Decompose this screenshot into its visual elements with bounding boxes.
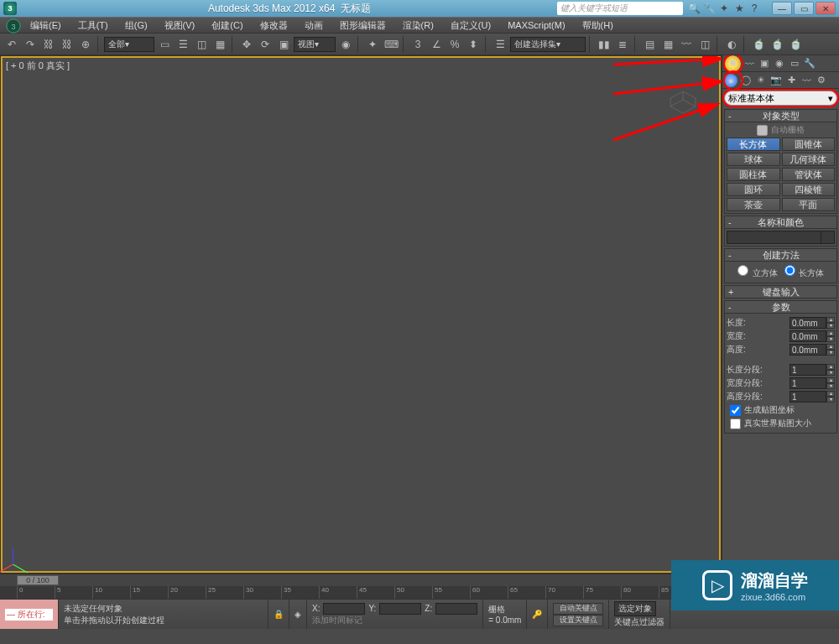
creation-box-radio[interactable]: 长方体 bbox=[784, 265, 825, 279]
angle-snap-icon[interactable]: ∠ bbox=[428, 36, 445, 53]
length-spinner[interactable]: ▴▾ bbox=[789, 317, 835, 329]
key-filters-button[interactable]: 关键点过滤器 bbox=[614, 616, 664, 628]
primitive-sphere[interactable]: 球体 bbox=[727, 153, 780, 166]
viewport[interactable]: [ + 0 前 0 真实 ] bbox=[0, 55, 722, 574]
isolate-icon[interactable]: ◈ bbox=[289, 600, 307, 629]
geometry-category-icon[interactable]: ● bbox=[724, 74, 737, 87]
material-editor-icon[interactable]: ◐ bbox=[723, 36, 740, 53]
mirror-icon[interactable]: ▮▮ bbox=[596, 36, 612, 53]
wseg-spinner[interactable]: ▴▾ bbox=[789, 377, 835, 389]
graphite-icon[interactable]: ▦ bbox=[659, 36, 676, 53]
window-crossing-icon[interactable]: ▦ bbox=[211, 36, 228, 53]
favorites-icon[interactable]: ★ bbox=[733, 3, 745, 14]
object-color-swatch[interactable] bbox=[821, 231, 834, 243]
minimize-button[interactable]: — bbox=[772, 2, 792, 15]
menu-help[interactable]: 帮助(H) bbox=[577, 18, 618, 34]
layer-icon[interactable]: ▤ bbox=[641, 36, 658, 53]
lock-icon[interactable]: 🔒 bbox=[268, 600, 289, 629]
bind-icon[interactable]: ⊕ bbox=[77, 36, 94, 53]
helpers-category-icon[interactable]: ✚ bbox=[784, 74, 798, 87]
rollout-name-color[interactable]: -名称和颜色 bbox=[724, 216, 837, 229]
snap-toggle-icon[interactable]: 3 bbox=[409, 36, 426, 53]
rollout-creation-method[interactable]: -创建方法 bbox=[724, 248, 837, 262]
menu-group[interactable]: 组(G) bbox=[120, 18, 153, 34]
geometry-type-dropdown[interactable]: 标准基本体▾ bbox=[724, 91, 837, 106]
hierarchy-tab-icon[interactable]: ▣ bbox=[758, 57, 771, 70]
object-name-input[interactable] bbox=[727, 231, 835, 244]
primitive-cylinder[interactable]: 圆柱体 bbox=[727, 168, 780, 181]
add-time-tag[interactable]: 添加时间标记 bbox=[312, 615, 477, 626]
link-icon[interactable]: ⛓ bbox=[40, 36, 57, 53]
set-key-button[interactable]: 设置关键点 bbox=[553, 615, 603, 626]
create-tab-icon[interactable]: ✺ bbox=[724, 55, 741, 72]
redo-icon[interactable]: ↷ bbox=[22, 36, 39, 53]
scale-icon[interactable]: ▣ bbox=[275, 36, 292, 53]
script-listener[interactable]: — 所在行: bbox=[0, 600, 59, 629]
menu-modifiers[interactable]: 修改器 bbox=[255, 18, 293, 34]
ref-coord-dropdown[interactable]: 视图 ▾ bbox=[294, 37, 336, 52]
width-spinner[interactable]: ▴▾ bbox=[789, 330, 835, 342]
schematic-view-icon[interactable]: ◫ bbox=[696, 36, 713, 53]
creation-cube-radio[interactable]: 立方体 bbox=[737, 265, 778, 279]
time-slider-thumb[interactable]: 0 / 100 bbox=[17, 575, 59, 585]
curve-editor-icon[interactable]: 〰 bbox=[678, 36, 695, 53]
lseg-spinner[interactable]: ▴▾ bbox=[789, 364, 835, 376]
primitive-plane[interactable]: 平面 bbox=[782, 198, 836, 211]
primitive-cone[interactable]: 圆锥体 bbox=[782, 138, 836, 151]
render-frame-icon[interactable]: 🍵 bbox=[769, 36, 785, 53]
shapes-category-icon[interactable]: ◯ bbox=[739, 74, 753, 87]
render-icon[interactable]: 🍵 bbox=[787, 36, 804, 53]
menu-animation[interactable]: 动画 bbox=[300, 18, 328, 34]
rollout-keyboard-entry[interactable]: +键盘输入 bbox=[724, 285, 837, 299]
primitive-geosphere[interactable]: 几何球体 bbox=[782, 153, 836, 166]
viewcube[interactable] bbox=[662, 90, 704, 115]
select-region-icon[interactable]: ◫ bbox=[193, 36, 210, 53]
primitive-tube[interactable]: 管状体 bbox=[782, 168, 836, 181]
exchange-icon[interactable]: ✦ bbox=[718, 3, 730, 14]
primitive-pyramid[interactable]: 四棱锥 bbox=[782, 183, 836, 196]
select-name-icon[interactable]: ☰ bbox=[175, 36, 191, 53]
select-icon[interactable]: ▭ bbox=[156, 36, 173, 53]
menu-grapheditors[interactable]: 图形编辑器 bbox=[335, 18, 391, 34]
menu-create[interactable]: 创建(C) bbox=[206, 18, 248, 34]
align-icon[interactable]: ≣ bbox=[614, 36, 631, 53]
percent-snap-icon[interactable]: % bbox=[446, 36, 463, 53]
move-icon[interactable]: ✥ bbox=[238, 36, 255, 53]
systems-category-icon[interactable]: ⚙ bbox=[815, 74, 828, 87]
rollout-object-type[interactable]: -对象类型 bbox=[724, 109, 837, 122]
primitive-teapot[interactable]: 茶壶 bbox=[727, 198, 780, 211]
cameras-category-icon[interactable]: 📷 bbox=[769, 74, 783, 87]
menu-customize[interactable]: 自定义(U) bbox=[446, 18, 496, 34]
application-button[interactable]: 3 bbox=[3, 18, 23, 34]
rollout-parameters[interactable]: -参数 bbox=[724, 300, 837, 314]
key-target-dropdown[interactable]: 选定对象 bbox=[614, 601, 656, 616]
search-icon[interactable]: 🔍 bbox=[688, 3, 700, 14]
manipulate-icon[interactable]: ✦ bbox=[364, 36, 381, 53]
help-search-input[interactable]: 键入关键字或短语 bbox=[557, 2, 683, 15]
named-selection-icon[interactable]: ☰ bbox=[492, 36, 508, 53]
menu-rendering[interactable]: 渲染(R) bbox=[398, 18, 439, 34]
maximize-button[interactable]: ▭ bbox=[794, 2, 814, 15]
auto-key-button[interactable]: 自动关键点 bbox=[553, 603, 603, 615]
x-field[interactable] bbox=[323, 603, 365, 615]
named-selection-dropdown[interactable]: 创建选择集 ▾ bbox=[510, 37, 586, 52]
viewport-label[interactable]: [ + 0 前 0 真实 ] bbox=[6, 60, 70, 72]
key-icon[interactable]: 🔑 bbox=[527, 600, 548, 629]
help-icon[interactable]: ? bbox=[748, 3, 760, 14]
render-setup-icon[interactable]: 🍵 bbox=[750, 36, 767, 53]
menu-tools[interactable]: 工具(T) bbox=[73, 18, 113, 34]
menu-maxscript[interactable]: MAXScript(M) bbox=[503, 18, 570, 32]
height-spinner[interactable]: ▴▾ bbox=[789, 344, 835, 356]
motion-tab-icon[interactable]: ◉ bbox=[773, 57, 786, 70]
spinner-snap-icon[interactable]: ⬍ bbox=[465, 36, 482, 53]
gen-map-checkbox[interactable] bbox=[730, 405, 741, 416]
undo-icon[interactable]: ↶ bbox=[3, 36, 20, 53]
hseg-spinner[interactable]: ▴▾ bbox=[789, 391, 835, 402]
keyboard-shortcut-icon[interactable]: ⌨ bbox=[383, 36, 399, 53]
menu-edit[interactable]: 编辑(E) bbox=[25, 18, 66, 34]
y-field[interactable] bbox=[379, 603, 421, 615]
pivot-icon[interactable]: ◉ bbox=[337, 36, 354, 53]
primitive-torus[interactable]: 圆环 bbox=[727, 183, 780, 196]
selection-filter-dropdown[interactable]: 全部 ▾ bbox=[104, 37, 154, 52]
lights-category-icon[interactable]: ☀ bbox=[754, 74, 768, 87]
